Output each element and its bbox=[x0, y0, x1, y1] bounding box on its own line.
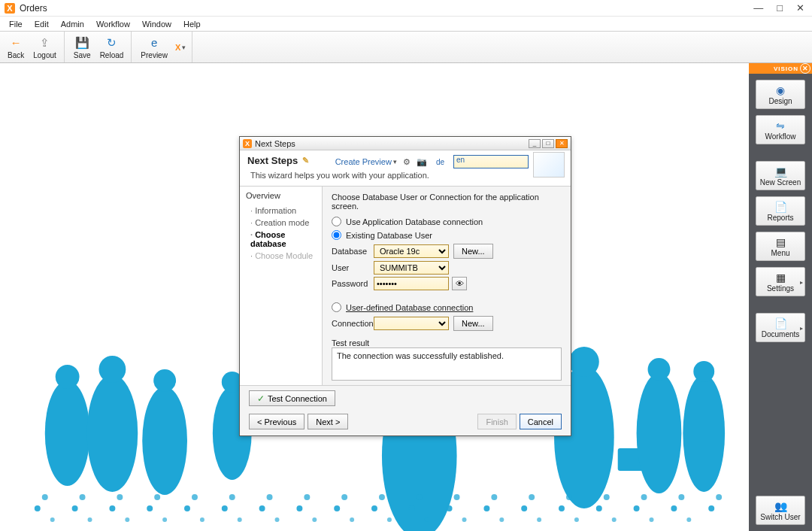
svg-point-62 bbox=[341, 494, 347, 500]
svg-point-38 bbox=[125, 517, 129, 522]
dialog-close-button[interactable]: ✕ bbox=[556, 139, 568, 148]
svg-point-5 bbox=[153, 369, 176, 392]
radio-existing-user-label: Existing Database User bbox=[346, 231, 432, 240]
menu-help[interactable]: Help bbox=[177, 18, 207, 30]
sidebar-item-design[interactable]: ◉ Design bbox=[756, 80, 805, 109]
menu-admin[interactable]: Admin bbox=[55, 18, 90, 30]
svg-point-18 bbox=[72, 505, 78, 511]
radio-user-defined[interactable] bbox=[332, 302, 341, 312]
window-maximize-button[interactable]: □ bbox=[777, 2, 783, 14]
next-steps-dialog: X Next Steps _ □ ✕ Next Steps ✎ Create P… bbox=[239, 136, 571, 436]
svg-point-15 bbox=[683, 375, 725, 492]
pencil-icon: ✎ bbox=[302, 156, 309, 165]
sidebar-item-menu[interactable]: ▤ Menu bbox=[756, 232, 805, 261]
reload-button[interactable]: ↻ Reload bbox=[95, 34, 129, 61]
workspace: X Next Steps _ □ ✕ Next Steps ✎ Create P… bbox=[0, 63, 812, 531]
right-sidebar: VISION ✕ ◉ Design ⇋ Workflow 💻 New Scree… bbox=[749, 63, 812, 531]
create-preview-button[interactable]: Create Preview ▾ bbox=[335, 157, 397, 166]
database-select[interactable]: Oracle 19c bbox=[374, 244, 449, 258]
menu-file[interactable]: File bbox=[3, 18, 29, 30]
svg-point-37 bbox=[88, 517, 92, 522]
lang-en-button[interactable]: en bbox=[453, 155, 529, 168]
svg-point-57 bbox=[154, 494, 160, 500]
svg-point-34 bbox=[671, 505, 677, 511]
svg-point-11 bbox=[569, 347, 599, 377]
svg-point-21 bbox=[184, 505, 190, 511]
user-select[interactable]: SUMMITB bbox=[374, 261, 449, 275]
svg-point-40 bbox=[200, 517, 205, 522]
previous-button[interactable]: < Previous bbox=[249, 414, 304, 429]
svg-point-67 bbox=[529, 494, 535, 500]
svg-point-42 bbox=[275, 517, 280, 522]
dialog-maximize-button[interactable]: □ bbox=[542, 139, 554, 148]
sidebar-brand: VISION ✕ bbox=[749, 63, 812, 74]
svg-point-13 bbox=[637, 373, 682, 493]
sidebar-item-documents[interactable]: 📄 Documents ▸ bbox=[756, 313, 805, 342]
nav-step-creation-mode[interactable]: Creation mode bbox=[246, 217, 316, 229]
password-label: Password bbox=[332, 279, 374, 288]
connection-label: Connection bbox=[332, 319, 374, 328]
menu-icon: ▤ bbox=[771, 235, 789, 249]
sidebar-close-button[interactable]: ✕ bbox=[800, 63, 810, 74]
save-icon: 💾 bbox=[74, 35, 89, 50]
svg-point-1 bbox=[56, 365, 80, 389]
svg-point-23 bbox=[259, 505, 265, 511]
lang-de-button[interactable]: de bbox=[433, 157, 447, 167]
sidebar-item-reports[interactable]: 📄 Reports bbox=[756, 196, 805, 226]
svg-point-50 bbox=[574, 517, 579, 522]
dialog-minimize-button[interactable]: _ bbox=[529, 139, 541, 148]
svg-point-59 bbox=[229, 494, 235, 500]
design-icon: ◉ bbox=[771, 83, 789, 97]
window-minimize-button[interactable]: ― bbox=[753, 2, 763, 14]
svg-point-26 bbox=[371, 505, 377, 511]
database-new-button[interactable]: New... bbox=[453, 244, 493, 259]
back-arrow-icon: ← bbox=[8, 35, 23, 50]
svg-rect-12 bbox=[618, 448, 645, 471]
switch-user-icon: 👥 bbox=[771, 499, 789, 513]
sidebar-item-settings[interactable]: ▦ Settings ▸ bbox=[756, 267, 805, 296]
nav-step-choose-database[interactable]: Choose database bbox=[246, 229, 316, 250]
svg-point-47 bbox=[462, 517, 467, 522]
sidebar-item-workflow[interactable]: ⇋ Workflow bbox=[756, 115, 805, 144]
back-button[interactable]: ← Back bbox=[3, 34, 29, 61]
preview-button[interactable]: e Preview bbox=[136, 34, 172, 61]
reports-icon: 📄 bbox=[771, 200, 789, 214]
connection-select[interactable] bbox=[374, 317, 449, 330]
menu-edit[interactable]: Edit bbox=[29, 18, 55, 30]
save-button[interactable]: 💾 Save bbox=[69, 34, 95, 61]
radio-use-app-db[interactable] bbox=[332, 217, 341, 226]
svg-point-29 bbox=[483, 505, 489, 511]
logout-button[interactable]: ⇪ Logout bbox=[29, 34, 61, 61]
svg-point-54 bbox=[42, 494, 48, 500]
cancel-button[interactable]: Cancel bbox=[520, 414, 562, 429]
camera-icon[interactable]: 📷 bbox=[417, 157, 427, 167]
svg-point-14 bbox=[648, 358, 671, 381]
chevron-right-icon: ▸ bbox=[800, 324, 803, 331]
preview-options-button[interactable]: X ▾ bbox=[172, 41, 189, 53]
switch-user-button[interactable]: 👥 Switch User bbox=[756, 496, 805, 525]
settings-icon: ▦ bbox=[771, 271, 789, 284]
database-label: Database bbox=[332, 247, 374, 256]
password-reveal-button[interactable]: 👁 bbox=[452, 277, 467, 290]
wizard-x-icon: X bbox=[175, 43, 180, 52]
menu-workflow[interactable]: Workflow bbox=[90, 18, 136, 30]
nav-step-information[interactable]: Information bbox=[246, 205, 316, 217]
menu-window[interactable]: Window bbox=[136, 18, 177, 30]
test-connection-button[interactable]: ✓ Test Connection bbox=[249, 390, 335, 406]
connection-new-button[interactable]: New... bbox=[453, 316, 493, 331]
chevron-right-icon: ▸ bbox=[800, 278, 803, 285]
svg-point-61 bbox=[304, 494, 310, 500]
sidebar-item-new-screen[interactable]: 💻 New Screen bbox=[756, 161, 805, 190]
check-icon: ✓ bbox=[257, 393, 265, 404]
dialog-title: Next Steps bbox=[255, 139, 295, 148]
gear-icon[interactable]: ⚙ bbox=[403, 157, 411, 167]
logout-icon: ⇪ bbox=[38, 35, 53, 50]
dialog-titlebar[interactable]: X Next Steps _ □ ✕ bbox=[240, 137, 571, 150]
radio-existing-user[interactable] bbox=[332, 230, 341, 240]
svg-point-41 bbox=[238, 517, 242, 522]
password-input[interactable] bbox=[374, 277, 449, 290]
next-button[interactable]: Next > bbox=[308, 414, 348, 429]
window-close-button[interactable]: ✕ bbox=[796, 2, 804, 14]
wizard-nav: Overview Information Creation mode Choos… bbox=[240, 187, 323, 385]
svg-point-63 bbox=[379, 494, 385, 500]
